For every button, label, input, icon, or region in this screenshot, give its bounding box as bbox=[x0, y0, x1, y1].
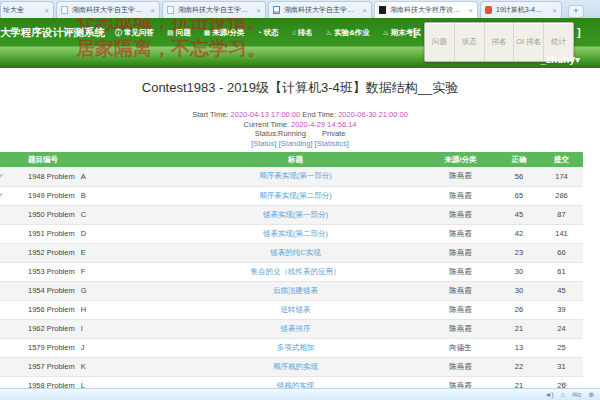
solved-cell bbox=[0, 281, 8, 300]
tab-title: 湖南科技大学自主学习中 bbox=[70, 5, 146, 15]
submitted-column-header: 提交 bbox=[540, 152, 583, 167]
contest-link[interactable]: Status bbox=[253, 139, 274, 148]
submitted-count: 141 bbox=[540, 224, 583, 243]
nav-menu-item[interactable]: ▤ 问题 bbox=[167, 28, 191, 38]
tab-favicon-icon bbox=[379, 6, 386, 14]
link-bracket-close: ] bbox=[310, 139, 312, 148]
tab-close-icon[interactable]: × bbox=[146, 6, 159, 15]
tab-close-icon[interactable]: × bbox=[358, 6, 371, 15]
link-bracket-close: ] bbox=[275, 139, 277, 148]
accepted-count: 56 bbox=[498, 167, 540, 186]
problem-id: 1953 Problem bbox=[28, 267, 75, 276]
problem-number-cell: 1951 ProblemD bbox=[8, 224, 198, 243]
tab-close-icon[interactable]: × bbox=[548, 6, 561, 15]
quick-link[interactable]: 排名 bbox=[484, 23, 514, 61]
problem-row: 1956 ProblemH 逆转链表 陈燕霞 26 39 bbox=[0, 300, 583, 319]
problem-title-link[interactable]: 顺序表实现(第一部分) bbox=[259, 171, 332, 180]
problem-title-link[interactable]: 链表实现(第二部分) bbox=[263, 229, 328, 238]
browser-tab[interactable]: 湖南科技大学自主学习中 × bbox=[56, 1, 160, 18]
browser-tab[interactable]: 湖南科技大学程序设计评 × bbox=[374, 1, 478, 18]
tab-title: 湖南科技大学自主学习中 bbox=[176, 5, 252, 15]
problem-number-cell: 1962 ProblemI bbox=[8, 319, 198, 338]
accepted-count: 30 bbox=[498, 281, 540, 300]
quick-link[interactable]: 状态 bbox=[454, 23, 484, 61]
quick-link[interactable]: OI 排名 bbox=[513, 23, 543, 61]
status-bar-icon[interactable]: ✉0 bbox=[572, 391, 581, 399]
problem-title-cell: 顺序表实现(第一部分) bbox=[198, 167, 393, 186]
contest-title: Contest1983 - 2019级【计算机3-4班】数据结构__实验 bbox=[0, 79, 600, 97]
link-bracket-close: ] bbox=[347, 139, 349, 148]
end-time-value: 2020-06-30 21:00:00 bbox=[338, 110, 408, 119]
nav-menu-item[interactable]: ☝ 排名 bbox=[292, 28, 313, 38]
problem-title-link[interactable]: 逆转链表 bbox=[281, 305, 311, 314]
submitted-count: 24 bbox=[540, 319, 583, 338]
problem-title-link[interactable]: 集合的交（线性表的应用） bbox=[251, 267, 341, 276]
problem-title-cell: 逆转链表 bbox=[198, 300, 393, 319]
browser-tab[interactable]: 19计算机3-4班—数据结构 × bbox=[480, 1, 562, 18]
browser-tab[interactable]: 湖南科技大学自主学习中 × bbox=[162, 1, 266, 18]
solved-cell bbox=[0, 300, 8, 319]
new-tab-button[interactable]: + bbox=[568, 5, 584, 18]
accepted-count: 26 bbox=[498, 300, 540, 319]
nav-menu: ⓘ 常见问答 ▤ 问题 ▦ 来源/分类 ◔ 状态 bbox=[115, 28, 434, 38]
problem-title-cell: 后插法建链表 bbox=[198, 281, 393, 300]
nav-menu-item[interactable]: ⓘ 常见问答 bbox=[115, 28, 154, 38]
problem-title-link[interactable]: 多项式相加 bbox=[277, 343, 315, 352]
nav-item-icon: ▤ bbox=[167, 29, 174, 37]
problem-title-cell: 链表实现(第二部分) bbox=[198, 224, 393, 243]
nav-menu-item[interactable]: ◔ 状态 bbox=[257, 28, 278, 38]
tab-title: 湖南科技大学自主学习中 bbox=[282, 5, 358, 15]
problem-title-cell: 顺序栈的实现 bbox=[198, 357, 393, 376]
user-menu[interactable]: _zhuhy▾ bbox=[541, 54, 580, 65]
solved-cell bbox=[0, 243, 8, 262]
problem-title-cell: 集合的交（线性表的应用） bbox=[198, 262, 393, 281]
solved-cell: ✓ bbox=[0, 167, 8, 186]
problem-number-cell: 1953 ProblemF bbox=[8, 262, 198, 281]
browser-tab[interactable]: 址大全 × bbox=[0, 1, 54, 18]
contest-link[interactable]: Statistics bbox=[317, 139, 347, 148]
status-icons: ◄) ⌂ ✉0 ⊕ bbox=[537, 391, 594, 399]
problem-source-cell: 陈燕霞 bbox=[393, 224, 498, 243]
nav-menu-item[interactable]: ▦ 来源/分类 bbox=[204, 28, 245, 38]
problem-title-link[interactable]: 顺序栈的实现 bbox=[273, 362, 318, 371]
tab-close-icon[interactable]: × bbox=[40, 6, 53, 15]
nav-menu-item[interactable]: ♨ 实验&作业 bbox=[326, 28, 370, 38]
problem-title-link[interactable]: 后插法建链表 bbox=[273, 286, 318, 295]
status-bar-icon[interactable]: ⊕ bbox=[588, 391, 594, 399]
submitted-count: 174 bbox=[540, 167, 583, 186]
problem-letter: G bbox=[81, 286, 87, 295]
problem-title-link[interactable]: 链表排序 bbox=[281, 324, 311, 333]
problem-row: 1957 ProblemK 顺序栈的实现 陈燕霞 22 31 bbox=[0, 357, 583, 376]
tab-title: 19计算机3-4班—数据结构 bbox=[494, 5, 548, 15]
contest-link[interactable]: Standing bbox=[281, 139, 311, 148]
problem-title-link[interactable]: 链表实现(第一部分) bbox=[263, 210, 328, 219]
nav-item-label: 排名 bbox=[298, 28, 313, 38]
submitted-count: 45 bbox=[540, 281, 583, 300]
source-column-header: 来源/分类 bbox=[393, 152, 498, 167]
problem-number-cell: 1948 ProblemA bbox=[8, 167, 198, 186]
table-header-row: 题目编号 标题 来源/分类 正确 提交 bbox=[0, 152, 583, 167]
tab-close-icon[interactable]: × bbox=[464, 6, 477, 15]
problem-row: 1951 ProblemD 链表实现(第二部分) 陈燕霞 42 141 bbox=[0, 224, 583, 243]
nav-item-icon: ☝ bbox=[292, 29, 296, 37]
status-bar-icon[interactable]: ⌂ bbox=[561, 391, 565, 398]
problem-title-cell: 链表排序 bbox=[198, 319, 393, 338]
tab-title: 址大全 bbox=[1, 5, 40, 15]
problem-title-link[interactable]: 链表的纯C实现 bbox=[270, 248, 320, 257]
problem-number-cell: 1950 ProblemC bbox=[8, 205, 198, 224]
username: _zhuhy bbox=[541, 54, 575, 65]
problem-id: 1954 Problem bbox=[28, 286, 75, 295]
solved-cell bbox=[0, 205, 8, 224]
solved-check-icon: ✓ bbox=[0, 172, 4, 181]
solved-cell: ✓ bbox=[0, 186, 8, 205]
problem-title-cell: 链表的纯C实现 bbox=[198, 243, 393, 262]
status-bar-icon[interactable]: ◄) bbox=[544, 391, 553, 398]
tab-close-icon[interactable]: × bbox=[252, 6, 265, 15]
submitted-count: 61 bbox=[540, 262, 583, 281]
problem-title-link[interactable]: 顺序表实现(第二部分) bbox=[259, 191, 332, 200]
site-brand[interactable]: 大学程序设计评测系统 bbox=[0, 26, 105, 40]
nav-item-icon: ◔ bbox=[257, 29, 261, 36]
problem-row: 1950 ProblemC 链表实现(第一部分) 陈燕霞 45 87 bbox=[0, 205, 583, 224]
quick-link[interactable]: 问题 bbox=[425, 23, 454, 61]
browser-tab[interactable]: 湖南科技大学自主学习中 × bbox=[268, 1, 372, 18]
